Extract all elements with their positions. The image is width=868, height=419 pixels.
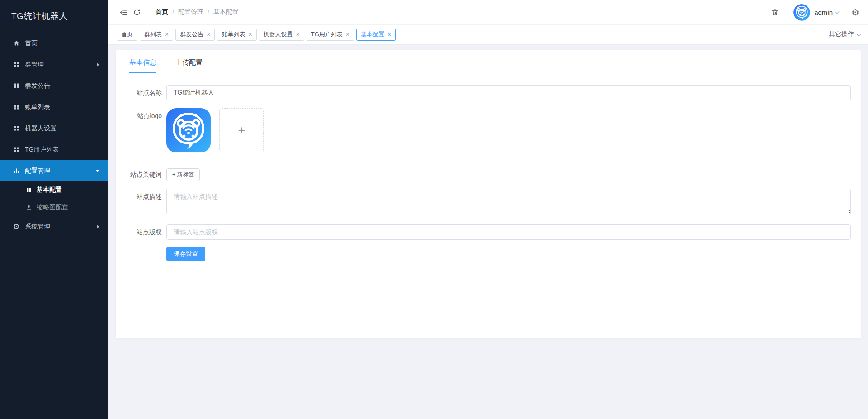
bar-chart-icon <box>13 167 20 175</box>
save-row: 保存设置 <box>129 247 851 261</box>
tag-robot-settings[interactable]: 机器人设置 × <box>259 29 304 41</box>
tags-bar: 首页 群列表 × 群发公告 × 账单列表 × 机器人设置 × TG用户列表 × <box>108 24 868 44</box>
site-logo-preview[interactable] <box>166 108 211 152</box>
sidebar-item-config-mgmt[interactable]: 配置管理 <box>0 160 108 181</box>
plus-icon: + <box>238 124 245 138</box>
gear-icon: ⚙ <box>13 223 20 230</box>
trash-icon[interactable] <box>768 5 782 19</box>
site-name-input[interactable] <box>166 85 851 100</box>
grid-icon <box>13 104 20 111</box>
site-desc-label: 站点描述 <box>129 189 166 204</box>
refresh-button[interactable] <box>130 5 144 19</box>
grid-icon <box>13 125 20 132</box>
grid-icon <box>13 82 20 90</box>
breadcrumb-home[interactable]: 首页 <box>156 8 168 16</box>
tag-homepage[interactable]: 首页 <box>117 29 137 41</box>
home-icon <box>13 40 20 47</box>
sidebar-item-group-mgmt[interactable]: 群管理 <box>0 54 108 75</box>
site-copyright-row: 站点版权 <box>129 224 851 240</box>
tag-label: 账单列表 <box>222 30 245 38</box>
arrow-right-icon <box>97 225 99 229</box>
sidebar-item-label: TG用户列表 <box>25 146 59 154</box>
sidebar-item-system-mgmt[interactable]: ⚙ 系统管理 <box>0 216 108 237</box>
more-actions-dropdown[interactable]: 其它操作 <box>829 30 860 38</box>
logo-upload-button[interactable]: + <box>219 108 264 152</box>
chevron-down-icon <box>857 32 861 36</box>
app-title: TG统计机器人 <box>0 0 108 33</box>
tag-group-list[interactable]: 群列表 × <box>140 29 173 41</box>
sidebar-item-label: 群管理 <box>25 61 44 69</box>
tag-label: 群发公告 <box>180 30 203 38</box>
sidebar-subitem-thumbnail-config[interactable]: 缩略图配置 <box>0 199 108 216</box>
chevron-down-icon[interactable] <box>835 10 840 14</box>
tag-label: 首页 <box>121 30 133 38</box>
site-keywords-label: 站点关键词 <box>129 168 166 181</box>
close-icon[interactable]: × <box>346 31 349 38</box>
site-desc-row: 站点描述 <box>129 189 851 216</box>
site-copyright-input[interactable] <box>166 224 851 240</box>
sidebar-item-label: 群发公告 <box>25 82 50 90</box>
menu-fold-button[interactable] <box>117 5 130 19</box>
sidebar-item-label: 系统管理 <box>25 223 50 231</box>
username[interactable]: admin <box>814 9 833 16</box>
close-icon[interactable]: × <box>165 31 169 38</box>
site-copyright-label: 站点版权 <box>129 224 166 240</box>
more-actions-label: 其它操作 <box>829 30 854 38</box>
navbar-right: admin ⚙ <box>768 4 862 21</box>
top-navbar: 首页 / 配置管理 / 基本配置 <box>108 0 868 24</box>
arrow-right-icon <box>97 63 99 67</box>
tag-label: 基本配置 <box>361 30 384 38</box>
sidebar-item-home[interactable]: 首页 <box>0 33 108 54</box>
sidebar-item-tg-user-list[interactable]: TG用户列表 <box>0 139 108 160</box>
breadcrumb-basic-config: 基本配置 <box>213 8 239 16</box>
tag-label: 群列表 <box>144 30 162 38</box>
tag-basic-config[interactable]: 基本配置 × <box>356 29 396 41</box>
tag-broadcast[interactable]: 群发公告 × <box>175 29 215 41</box>
sidebar-item-robot-settings[interactable]: 机器人设置 <box>0 118 108 139</box>
sidebar-item-label: 机器人设置 <box>25 124 57 133</box>
tag-label: 机器人设置 <box>264 30 293 38</box>
tab-basic-info[interactable]: 基本信息 <box>129 58 156 73</box>
close-icon[interactable]: × <box>387 31 391 38</box>
sidebar-item-label: 首页 <box>25 39 38 48</box>
close-icon[interactable]: × <box>248 31 252 38</box>
breadcrumb-separator: / <box>208 9 209 16</box>
tag-tg-user-list[interactable]: TG用户列表 × <box>307 29 354 41</box>
grid-icon <box>13 146 20 153</box>
add-keyword-tag-button[interactable]: + 新标签 <box>166 168 200 181</box>
tag-bill-list[interactable]: 账单列表 × <box>217 29 256 41</box>
grid-icon <box>13 61 20 68</box>
sidebar-item-label: 配置管理 <box>25 167 50 175</box>
site-name-row: 站点名称 <box>129 85 851 100</box>
tab-upload-config[interactable]: 上传配置 <box>175 58 203 73</box>
main-area: 首页 / 配置管理 / 基本配置 <box>108 0 868 419</box>
breadcrumb-config-mgmt: 配置管理 <box>178 8 203 16</box>
settings-gear-icon[interactable]: ⚙ <box>849 5 862 19</box>
site-logo-label: 站点logo <box>129 108 166 124</box>
site-keywords-row: 站点关键词 + 新标签 <box>129 168 851 181</box>
close-icon[interactable]: × <box>296 31 300 38</box>
breadcrumb-separator: / <box>172 9 174 16</box>
upload-icon <box>25 204 32 211</box>
save-settings-button[interactable]: 保存设置 <box>166 247 205 261</box>
sidebar: TG统计机器人 首页 群管理 群发公告 账单列表 <box>0 0 108 419</box>
content-area: 基本信息 上传配置 站点名称 站点logo <box>108 44 868 419</box>
close-icon[interactable]: × <box>207 31 210 38</box>
app-root: TG统计机器人 首页 群管理 群发公告 账单列表 <box>0 0 868 419</box>
site-name-label: 站点名称 <box>129 85 166 100</box>
site-desc-textarea[interactable] <box>166 189 851 214</box>
sidebar-subitem-label: 缩略图配置 <box>37 203 68 211</box>
tag-label: TG用户列表 <box>311 30 343 38</box>
sidebar-subitem-basic-config[interactable]: 基本配置 <box>0 181 108 199</box>
user-avatar[interactable] <box>793 4 810 21</box>
breadcrumb: 首页 / 配置管理 / 基本配置 <box>156 8 239 16</box>
settings-tabs: 基本信息 上传配置 <box>129 58 851 73</box>
sidebar-subitem-label: 基本配置 <box>37 186 62 194</box>
sidebar-item-label: 账单列表 <box>25 103 50 111</box>
settings-card: 基本信息 上传配置 站点名称 站点logo <box>116 50 861 338</box>
site-logo-row: 站点logo + <box>129 108 851 152</box>
arrow-down-icon <box>96 170 99 172</box>
sidebar-item-bill-list[interactable]: 账单列表 <box>0 96 108 118</box>
sidebar-item-broadcast[interactable]: 群发公告 <box>0 75 108 96</box>
basic-config-form: 站点名称 站点logo <box>129 85 851 261</box>
